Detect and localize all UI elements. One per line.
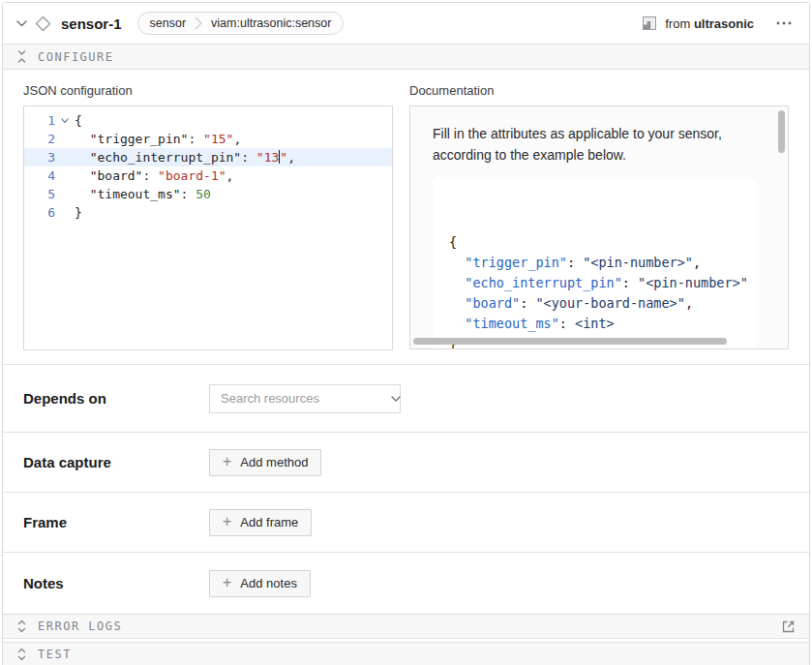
line-number: 3 <box>24 148 55 166</box>
fold-chevron-icon[interactable] <box>55 111 75 130</box>
component-model: viam:ultrasonic:sensor <box>211 16 331 30</box>
plus-icon: + <box>223 575 231 590</box>
configure-section-header[interactable]: CONFIGURE <box>3 44 809 70</box>
component-type: sensor <box>150 16 187 30</box>
module-name: ultrasonic <box>694 16 754 31</box>
configure-label: CONFIGURE <box>38 50 114 64</box>
json-configuration-label: JSON configuration <box>23 83 393 98</box>
component-header: sensor-1 sensor viam:ultrasonic:sensor f… <box>3 3 809 44</box>
expand-vertical-icon <box>16 620 27 633</box>
collapse-card-button[interactable] <box>16 20 27 27</box>
code-text: "trigger_pin": "15", <box>75 130 241 148</box>
test-section-header[interactable]: TEST <box>3 642 809 665</box>
fold-gutter <box>55 148 75 166</box>
line-number: 2 <box>24 130 55 148</box>
editor-line[interactable]: 5 "timeout_ms": 50 <box>24 185 392 203</box>
chevron-down-icon <box>16 20 27 27</box>
collapse-vertical-icon <box>16 50 27 63</box>
configure-content: JSON configuration 1{2 "trigger_pin": "1… <box>3 70 809 364</box>
doc-code-line: { <box>449 232 757 253</box>
code-text: "timeout_ms": 50 <box>75 185 211 203</box>
editor-line[interactable]: 4 "board": "board-1", <box>24 166 392 185</box>
editor-line[interactable]: 3 "echo_interrupt_pin": "13", <box>24 148 392 166</box>
documentation-intro: Fill in the attributes as applicable to … <box>433 124 755 166</box>
code-text: "board": "board-1", <box>75 166 233 185</box>
depends-on-label: Depends on <box>23 390 209 407</box>
open-logs-button[interactable] <box>781 620 796 634</box>
notes-label: Notes <box>23 575 209 591</box>
editor-line[interactable]: 2 "trigger_pin": "15", <box>24 130 392 148</box>
module-icon <box>643 16 656 30</box>
data-capture-section: Data capture +Add method <box>3 432 809 492</box>
diamond-icon <box>35 15 51 32</box>
search-resources-input[interactable] <box>221 391 391 406</box>
ellipsis-icon <box>776 21 792 25</box>
fold-gutter <box>55 185 75 203</box>
documentation-panel: Fill in the attributes as applicable to … <box>409 106 789 349</box>
chevron-right-icon <box>195 15 202 31</box>
code-text: { <box>75 111 82 130</box>
depends-on-select[interactable] <box>209 384 401 413</box>
component-type-badge: sensor viam:ultrasonic:sensor <box>137 12 345 35</box>
doc-vertical-scrollbar[interactable] <box>778 110 785 153</box>
line-number: 4 <box>24 166 55 185</box>
line-number: 6 <box>24 203 55 222</box>
depends-on-section: Depends on <box>3 364 809 432</box>
add-frame-button[interactable]: +Add frame <box>209 509 312 536</box>
add-method-button[interactable]: +Add method <box>209 449 321 476</box>
external-link-icon <box>781 620 796 634</box>
doc-code-line: "echo_interrupt_pin": "<pin-number>" <box>449 273 757 293</box>
code-text: "echo_interrupt_pin": "13", <box>75 148 295 166</box>
editor-line[interactable]: 1{ <box>24 111 392 130</box>
documentation-code-block: { "trigger_pin": "<pin-number>", "echo_i… <box>434 179 757 349</box>
module-source: from ultrasonic <box>665 16 754 31</box>
frame-section: Frame +Add frame <box>3 492 809 552</box>
more-menu-button[interactable] <box>772 19 796 27</box>
error-logs-label: ERROR LOGS <box>38 620 122 633</box>
error-logs-section-header[interactable]: ERROR LOGS <box>3 614 809 639</box>
fold-gutter <box>55 166 75 185</box>
data-capture-label: Data capture <box>23 454 209 470</box>
documentation-label: Documentation <box>409 83 789 98</box>
component-name: sensor-1 <box>61 15 122 32</box>
doc-code-line: "timeout_ms": <int> <box>449 314 757 334</box>
fold-gutter <box>55 203 75 222</box>
doc-horizontal-scrollbar[interactable] <box>413 338 727 345</box>
plus-icon: + <box>223 454 231 469</box>
frame-label: Frame <box>23 514 209 530</box>
doc-code-line: "trigger_pin": "<pin-number>", <box>449 253 757 273</box>
line-number: 5 <box>24 185 55 203</box>
fold-gutter <box>55 130 75 148</box>
add-notes-button[interactable]: +Add notes <box>209 570 311 597</box>
json-editor[interactable]: 1{2 "trigger_pin": "15",3 "echo_interrup… <box>23 106 393 350</box>
expand-vertical-icon <box>16 648 27 661</box>
editor-line[interactable]: 6} <box>24 203 392 222</box>
doc-code-line: "board": "<your-board-name>", <box>449 293 757 314</box>
chevron-down-icon <box>391 396 401 402</box>
test-label: TEST <box>38 648 72 661</box>
line-number: 1 <box>24 111 55 130</box>
notes-section: Notes +Add notes <box>3 552 809 614</box>
code-text: } <box>75 203 82 222</box>
plus-icon: + <box>223 514 231 529</box>
component-card: sensor-1 sensor viam:ultrasonic:sensor f… <box>2 2 810 665</box>
